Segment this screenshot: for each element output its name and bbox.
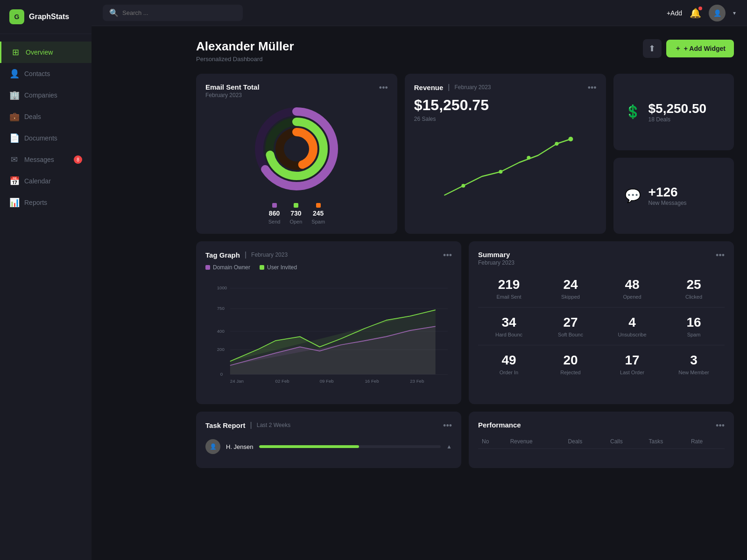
task-report-card: Task Report | Last 2 Weeks ••• 👤 H. Jens… [196, 412, 461, 468]
search-input[interactable] [122, 9, 236, 16]
legend-open: 730 Open [289, 203, 302, 224]
page-title: Alexander Müller [196, 39, 294, 54]
deals-card: 💲 $5,250.50 18 Deals [613, 74, 734, 150]
email-card-title-area: Email Sent Total February 2023 [205, 83, 260, 98]
svg-point-9 [555, 142, 558, 146]
notifications-button[interactable]: 🔔 [690, 7, 701, 19]
summary-menu-button[interactable]: ••• [716, 251, 725, 260]
send-color-dot [272, 203, 277, 208]
plus-icon: ＋ [675, 44, 681, 53]
sidebar-icon-deals: 💼 [9, 112, 19, 122]
domain-owner-label: Domain Owner [213, 264, 250, 271]
sidebar-icon-contacts: 👤 [9, 69, 19, 79]
sidebar-icon-calendar: 📅 [9, 176, 19, 186]
sidebar-item-calendar[interactable]: 📅 Calendar [0, 170, 92, 192]
sidebar-label-calendar: Calendar [24, 177, 51, 185]
deals-label: 18 Deals [648, 116, 707, 123]
summary-label-9: Rejected [543, 370, 598, 375]
summary-num-2: 48 [605, 277, 659, 292]
donut-legend: 860 Send 730 Open 245 Spam [268, 203, 325, 224]
donut-chart-container: 860 Send 730 Open 245 Spam [205, 102, 388, 224]
tag-graph-card: Tag Graph | February 2023 ••• Domain Own… [196, 241, 461, 404]
summary-header: Summary February 2023 ••• [478, 251, 725, 266]
summary-label-6: Unsubscribe [605, 332, 659, 337]
task-report-menu-button[interactable]: ••• [443, 421, 452, 431]
summary-cell-order-in: 49 Order In [478, 345, 540, 383]
revenue-card-menu-button[interactable]: ••• [588, 83, 597, 93]
task-report-title-area: Task Report | Last 2 Weeks [205, 421, 290, 429]
summary-grid: 219 Email Sent24 Skipped48 Opened25 Clic… [478, 270, 725, 383]
user-invited-color [260, 265, 264, 270]
chevron-down-icon[interactable]: ▾ [733, 10, 736, 16]
performance-menu-button[interactable]: ••• [716, 421, 725, 431]
svg-text:02 Feb: 02 Feb [275, 378, 289, 384]
sidebar-item-overview[interactable]: ⊞ Overview [0, 42, 92, 63]
perf-col-tasks: Tasks [645, 434, 687, 449]
perf-col-deals: Deals [564, 434, 606, 449]
summary-cell-spam: 16 Spam [663, 308, 725, 345]
summary-label-2: Opened [605, 294, 659, 300]
sidebar-item-messages[interactable]: ✉ Messages 8 [0, 149, 92, 170]
task-progress-fill [259, 445, 359, 448]
sidebar-item-deals[interactable]: 💼 Deals [0, 106, 92, 127]
sidebar-icon-reports: 📊 [9, 197, 19, 208]
task-progress-bar [259, 445, 441, 448]
summary-num-9: 20 [543, 353, 598, 368]
legend-send: 860 Send [268, 203, 281, 224]
email-card-header: Email Sent Total February 2023 ••• [205, 83, 388, 98]
sidebar-item-documents[interactable]: 📄 Documents [0, 127, 92, 149]
perf-col-no: No [478, 434, 507, 449]
task-report-header: Task Report | Last 2 Weeks ••• [205, 421, 452, 431]
summary-num-11: 3 [667, 353, 721, 368]
logo-icon: G [9, 9, 24, 24]
summary-label-11: New Member [667, 370, 721, 375]
add-button[interactable]: +Add [667, 9, 682, 17]
summary-subtitle: February 2023 [478, 259, 514, 266]
svg-text:23 Feb: 23 Feb [410, 378, 424, 384]
sidebar-label-messages: Messages [24, 156, 54, 163]
summary-label-8: Order In [482, 370, 536, 375]
sidebar-item-contacts[interactable]: 👤 Contacts [0, 63, 92, 84]
deals-value: $5,250.50 [648, 101, 707, 116]
avatar[interactable]: 👤 [709, 5, 726, 21]
tag-graph-menu-button[interactable]: ••• [443, 251, 452, 260]
performance-title: Performance [478, 421, 521, 429]
sidebar-item-companies[interactable]: 🏢 Companies [0, 84, 92, 106]
summary-num-10: 17 [605, 353, 659, 368]
perf-col-revenue: Revenue [507, 434, 564, 449]
sidebar-label-overview: Overview [26, 49, 53, 56]
summary-label-3: Clicked [667, 294, 721, 300]
sidebar-item-reports[interactable]: 📊 Reports [0, 192, 92, 213]
summary-num-4: 34 [482, 315, 536, 330]
svg-text:1000: 1000 [217, 285, 227, 290]
sidebar: G GraphStats ⊞ Overview 👤 Contacts 🏢 Com… [0, 0, 92, 560]
summary-label-5: Soft Bounc [543, 332, 598, 337]
chevron-up-icon: ▲ [446, 443, 452, 450]
tag-graph-title-area: Tag Graph | February 2023 [205, 251, 288, 259]
performance-header: Performance ••• [478, 421, 725, 431]
add-widget-button[interactable]: ＋ + Add Widget [666, 40, 734, 57]
messages-icon: 💬 [625, 188, 641, 203]
search-box[interactable]: 🔍 [103, 5, 243, 21]
sidebar-label-documents: Documents [24, 134, 57, 142]
sidebar-label-deals: Deals [24, 113, 41, 120]
messages-badge: 8 [74, 155, 82, 164]
page-header-left: Alexander Müller Personalized Dashboard [196, 39, 294, 63]
summary-num-7: 16 [667, 315, 721, 330]
search-icon: 🔍 [109, 8, 119, 17]
spam-label: Spam [311, 219, 325, 224]
summary-num-8: 49 [482, 353, 536, 368]
svg-text:0: 0 [220, 371, 223, 377]
summary-num-0: 219 [482, 277, 536, 292]
tag-graph-legend: Domain Owner User Invited [205, 264, 452, 271]
email-card-title: Email Sent Total [205, 83, 260, 91]
upload-button[interactable]: ⬆ [643, 39, 662, 58]
summary-title-area: Summary February 2023 [478, 251, 514, 266]
row3: Task Report | Last 2 Weeks ••• 👤 H. Jens… [196, 412, 734, 468]
sidebar-nav: ⊞ Overview 👤 Contacts 🏢 Companies 💼 Deal… [0, 34, 92, 560]
summary-label-10: Last Order [605, 370, 659, 375]
sidebar-icon-overview: ⊞ [11, 47, 20, 57]
spam-value: 245 [313, 210, 324, 217]
svg-text:09 Feb: 09 Feb [320, 378, 334, 384]
email-card-menu-button[interactable]: ••• [379, 83, 388, 93]
